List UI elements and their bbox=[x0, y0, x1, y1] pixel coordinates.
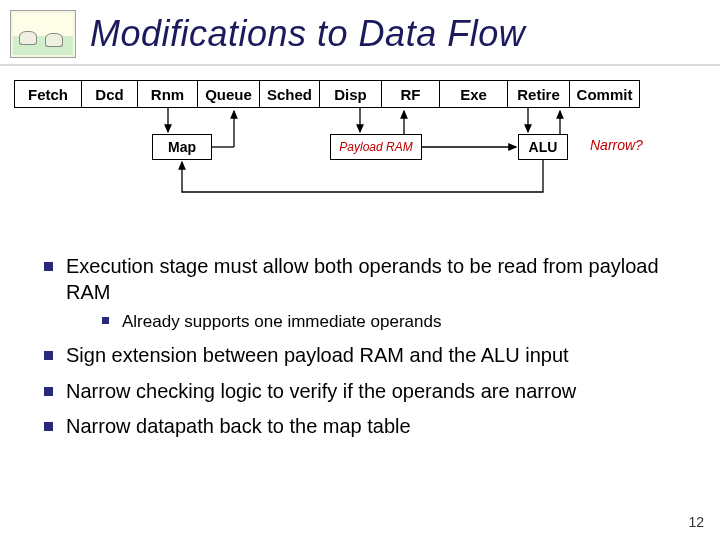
payload-ram-box: Payload RAM bbox=[330, 134, 422, 160]
alu-box: ALU bbox=[518, 134, 568, 160]
stage-fetch: Fetch bbox=[14, 80, 82, 108]
stage-dcd: Dcd bbox=[82, 80, 138, 108]
bullet-3: Narrow checking logic to verify if the o… bbox=[40, 379, 690, 405]
logo-icon bbox=[10, 10, 76, 58]
narrow-label: Narrow? bbox=[590, 137, 643, 153]
bullet-1-text: Execution stage must allow both operands… bbox=[66, 255, 659, 303]
bullet-1a: Already supports one immediate operands bbox=[100, 311, 690, 333]
stage-exe: Exe bbox=[440, 80, 508, 108]
stage-retire: Retire bbox=[508, 80, 570, 108]
bullet-4: Narrow datapath back to the map table bbox=[40, 414, 690, 440]
bullet-3-text: Narrow checking logic to verify if the o… bbox=[66, 380, 576, 402]
bullet-2: Sign extension between payload RAM and t… bbox=[40, 343, 690, 369]
bullet-1: Execution stage must allow both operands… bbox=[40, 254, 690, 333]
stage-queue: Queue bbox=[198, 80, 260, 108]
bullet-content: Execution stage must allow both operands… bbox=[0, 224, 720, 440]
map-box: Map bbox=[152, 134, 212, 160]
bullet-4-text: Narrow datapath back to the map table bbox=[66, 415, 411, 437]
slide-title: Modifications to Data Flow bbox=[90, 13, 525, 55]
stage-rnm: Rnm bbox=[138, 80, 198, 108]
pipeline-stage-row: Fetch Dcd Rnm Queue Sched Disp RF Exe Re… bbox=[14, 80, 640, 108]
stage-rf: RF bbox=[382, 80, 440, 108]
bullet-1a-text: Already supports one immediate operands bbox=[122, 312, 441, 331]
bullet-2-text: Sign extension between payload RAM and t… bbox=[66, 344, 569, 366]
pipeline-diagram: Fetch Dcd Rnm Queue Sched Disp RF Exe Re… bbox=[0, 74, 720, 224]
page-number: 12 bbox=[688, 514, 704, 530]
stage-sched: Sched bbox=[260, 80, 320, 108]
stage-commit: Commit bbox=[570, 80, 640, 108]
stage-disp: Disp bbox=[320, 80, 382, 108]
